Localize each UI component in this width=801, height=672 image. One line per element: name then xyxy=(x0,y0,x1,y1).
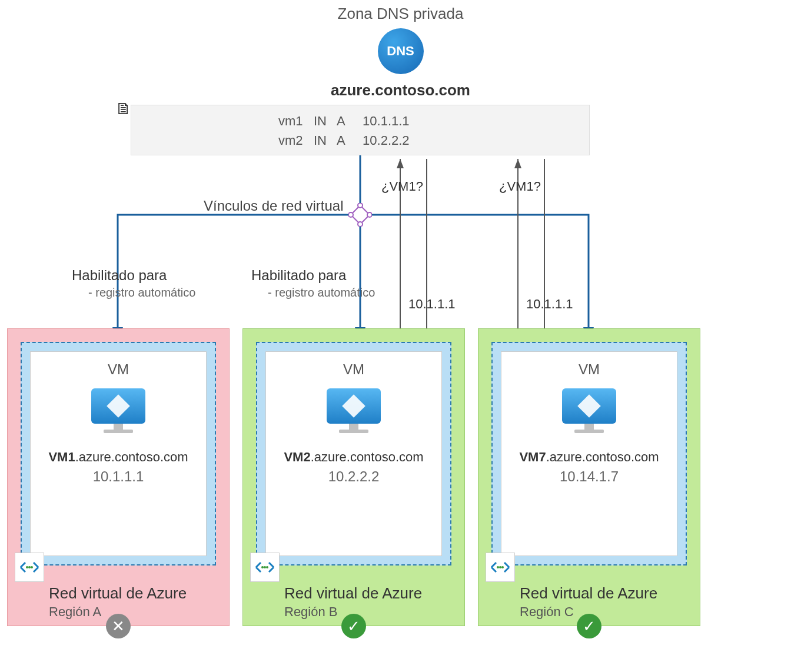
document-icon: 🗎 xyxy=(115,99,132,118)
vm-label-c: VM xyxy=(501,361,677,378)
vm-fqdn-b: VM2.azure.contoso.com xyxy=(266,450,441,465)
vnet-icon xyxy=(486,553,515,582)
dns-records-box: vm1 IN A 10.1.1.1 vm2 IN A 10.2.2.2 xyxy=(131,105,590,155)
vnet-title-c: Red virtual de Azure xyxy=(520,584,657,603)
svg-point-8 xyxy=(264,566,266,568)
status-ok-icon: ✓ xyxy=(341,614,366,638)
auto-reg-subtitle-b: - registro automático xyxy=(268,286,375,300)
status-ok-icon: ✓ xyxy=(577,614,601,638)
svg-point-6 xyxy=(31,566,33,568)
vm-ip-a: 10.1.1.1 xyxy=(31,468,206,485)
region-label-c: Región C xyxy=(520,604,574,620)
status-fail-icon: ✕ xyxy=(106,614,131,638)
vm-fqdn-a: VM1.azure.contoso.com xyxy=(31,450,206,465)
vnet-title-a: Red virtual de Azure xyxy=(49,584,187,603)
svg-point-11 xyxy=(499,566,501,568)
query-vm1-c: ¿VM1? xyxy=(499,179,541,194)
region-label-b: Región B xyxy=(284,604,338,620)
region-box-b: VM VM2.azure.contoso.com 10.2.2.2 Red vi… xyxy=(242,328,465,626)
vm-card-a: VM VM1.azure.contoso.com 10.1.1.1 xyxy=(30,351,207,556)
dns-record-row: vm1 IN A 10.1.1.1 xyxy=(278,111,442,131)
svg-point-7 xyxy=(261,566,264,568)
vm-fqdn-c: VM7.azure.contoso.com xyxy=(501,450,677,465)
svg-point-12 xyxy=(501,566,504,568)
region-label-a: Región A xyxy=(49,604,101,620)
vnet-icon xyxy=(15,553,44,582)
svg-point-1 xyxy=(367,212,372,217)
auto-reg-subtitle-a: - registro automático xyxy=(88,286,195,300)
dns-icon: DNS xyxy=(378,28,424,74)
vm-label-a: VM xyxy=(31,361,206,378)
svg-point-9 xyxy=(266,566,268,568)
vm-ip-c: 10.14.1.7 xyxy=(501,468,677,485)
vnet-box-a: VM VM1.azure.contoso.com 10.1.1.1 xyxy=(21,342,216,565)
auto-reg-enabled-label-b: Habilitado para xyxy=(251,267,346,284)
dns-domain-name: azure.contoso.com xyxy=(0,81,801,99)
vnet-link-icon xyxy=(348,203,372,227)
vm-label-b: VM xyxy=(266,361,441,378)
svg-point-0 xyxy=(358,203,363,208)
svg-point-4 xyxy=(26,566,28,568)
svg-point-10 xyxy=(497,566,499,568)
query-vm1-b: ¿VM1? xyxy=(381,179,423,194)
vnet-box-c: VM VM7.azure.contoso.com 10.14.1.7 xyxy=(491,342,687,565)
vnet-title-b: Red virtual de Azure xyxy=(284,584,422,603)
auto-reg-enabled-label-a: Habilitado para xyxy=(72,267,167,284)
dns-record-row: vm2 IN A 10.2.2.2 xyxy=(278,131,442,150)
vnet-box-b: VM VM2.azure.contoso.com 10.2.2.2 xyxy=(256,342,451,565)
answer-ip-c: 10.1.1.1 xyxy=(526,297,573,312)
vm-card-c: VM VM7.azure.contoso.com 10.14.1.7 xyxy=(501,351,677,556)
vnet-links-label: Vínculos de red virtual xyxy=(204,198,343,214)
region-box-c: VM VM7.azure.contoso.com 10.14.1.7 Red v… xyxy=(478,328,700,626)
vm-ip-b: 10.2.2.2 xyxy=(266,468,441,485)
vm-card-b: VM VM2.azure.contoso.com 10.2.2.2 xyxy=(265,351,442,556)
dns-icon-label: DNS xyxy=(387,44,414,59)
svg-point-5 xyxy=(28,566,31,568)
dns-zone-title: Zona DNS privada xyxy=(0,5,801,23)
region-box-a: VM VM1.azure.contoso.com 10.1.1.1 Red vi… xyxy=(7,328,230,626)
svg-point-2 xyxy=(358,222,363,227)
vm-monitor-icon xyxy=(91,388,145,432)
vm-monitor-icon xyxy=(562,388,616,432)
vm-monitor-icon xyxy=(327,388,381,432)
answer-ip-b: 10.1.1.1 xyxy=(408,297,456,312)
svg-point-3 xyxy=(348,212,353,217)
vnet-icon xyxy=(250,553,280,582)
